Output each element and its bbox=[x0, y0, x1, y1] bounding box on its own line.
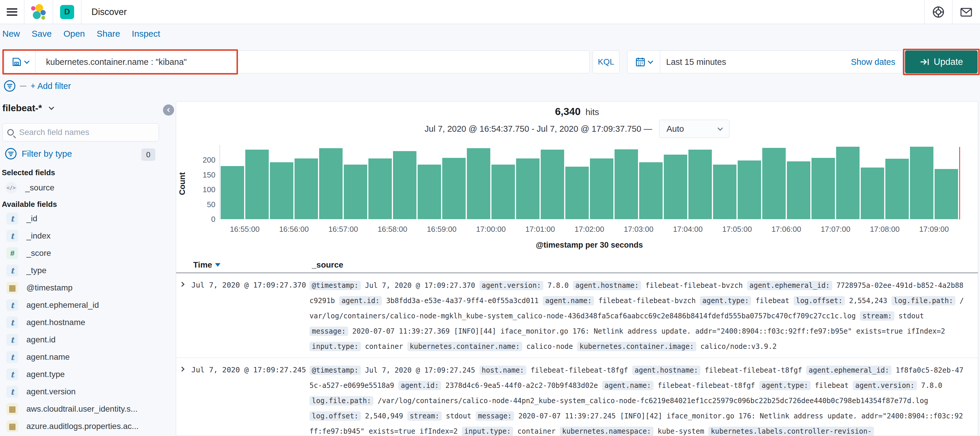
time-range-value[interactable]: Last 15 minutes bbox=[660, 57, 851, 67]
source-field-key[interactable]: log.offset: bbox=[794, 296, 845, 305]
field-item-_id[interactable]: t_id bbox=[0, 212, 37, 225]
field-item-@timestamp[interactable]: ▦@timestamp bbox=[0, 281, 73, 294]
histogram-bar[interactable] bbox=[762, 148, 786, 219]
source-field-key[interactable]: agent.id: bbox=[339, 296, 382, 305]
histogram-bar[interactable] bbox=[221, 166, 244, 219]
histogram-bar[interactable] bbox=[713, 164, 737, 219]
histogram-bar[interactable] bbox=[787, 161, 810, 219]
nav-link-new[interactable]: New bbox=[2, 29, 20, 39]
query-language-button[interactable]: KQL bbox=[593, 51, 619, 73]
histogram-bar[interactable] bbox=[492, 164, 515, 219]
index-pattern-selector[interactable]: filebeat-* bbox=[2, 103, 53, 113]
source-field-key[interactable]: log.file.path: bbox=[891, 296, 955, 305]
filter-icon[interactable] bbox=[3, 80, 16, 92]
column-header-time[interactable]: Time bbox=[193, 260, 220, 270]
histogram-bar[interactable] bbox=[614, 149, 638, 219]
field-item-agent.id[interactable]: tagent.id bbox=[0, 333, 56, 346]
nav-link-open[interactable]: Open bbox=[63, 29, 85, 39]
histogram-bar[interactable] bbox=[738, 160, 761, 219]
interval-select[interactable]: Auto bbox=[659, 120, 729, 138]
histogram-bar[interactable] bbox=[294, 158, 318, 219]
histogram-bar[interactable] bbox=[664, 155, 687, 219]
histogram-bar[interactable] bbox=[565, 167, 589, 219]
source-field-key[interactable]: kubernetes.container.name: bbox=[407, 342, 522, 351]
histogram-bar[interactable] bbox=[811, 158, 835, 219]
source-field-key[interactable]: agent.name: bbox=[543, 296, 594, 305]
histogram-bar[interactable] bbox=[393, 151, 417, 219]
histogram-bar[interactable] bbox=[516, 158, 539, 219]
source-field-key[interactable]: stream: bbox=[407, 411, 442, 421]
field-item-agent.version[interactable]: tagent.version bbox=[0, 385, 76, 398]
saved-query-menu-button[interactable] bbox=[5, 51, 35, 73]
query-input[interactable]: kubernetes.container.name : "kibana" bbox=[35, 57, 187, 67]
source-field-key[interactable]: agent.name: bbox=[602, 381, 654, 390]
update-button[interactable]: Update bbox=[905, 51, 978, 73]
histogram-bar[interactable] bbox=[344, 164, 367, 219]
source-field-key[interactable]: @timestamp: bbox=[309, 281, 361, 290]
histogram-bar[interactable] bbox=[270, 162, 293, 219]
filter-by-type-button[interactable]: Filter by type bbox=[5, 148, 72, 160]
help-button[interactable] bbox=[924, 0, 952, 24]
source-field-key[interactable]: message: bbox=[476, 411, 514, 421]
histogram-bar[interactable] bbox=[590, 158, 613, 219]
show-dates-button[interactable]: Show dates bbox=[851, 57, 902, 67]
source-field-key[interactable]: agent.ephemeral_id: bbox=[747, 281, 832, 290]
field-item-azure.auditlogs.properties.ac...[interactable]: ▦azure.auditlogs.properties.ac... bbox=[0, 420, 138, 433]
source-field-key[interactable]: agent.ephemeral_id: bbox=[806, 366, 891, 375]
nav-link-save[interactable]: Save bbox=[32, 29, 52, 39]
source-field-key[interactable]: input.type: bbox=[309, 342, 361, 351]
histogram-bar[interactable] bbox=[885, 159, 909, 219]
source-field-key[interactable]: agent.id: bbox=[398, 381, 441, 390]
field-item-agent.hostname[interactable]: tagent.hostname bbox=[0, 316, 85, 329]
field-search-input[interactable] bbox=[19, 127, 154, 137]
app-badge-zone[interactable]: D bbox=[53, 0, 81, 24]
histogram-bar[interactable] bbox=[935, 169, 958, 219]
source-field-key[interactable]: agent.hostname: bbox=[632, 366, 700, 375]
histogram-bar[interactable] bbox=[836, 147, 859, 219]
source-field-key[interactable]: @timestamp: bbox=[309, 366, 361, 375]
source-field-key[interactable]: host.name: bbox=[479, 366, 527, 375]
histogram-bar[interactable] bbox=[861, 168, 884, 219]
histogram-bar[interactable] bbox=[689, 150, 712, 219]
field-item-_source[interactable]: </>_source bbox=[0, 181, 54, 194]
histogram-bar[interactable] bbox=[418, 164, 441, 219]
source-field-key[interactable]: kubernetes.labels.controller-revision- bbox=[708, 426, 874, 436]
histogram-bar[interactable] bbox=[368, 158, 392, 219]
source-field-key[interactable]: kubernetes.container.image: bbox=[577, 342, 696, 351]
histogram-bar[interactable] bbox=[910, 147, 934, 219]
nav-link-inspect[interactable]: Inspect bbox=[132, 29, 160, 39]
field-item-_score[interactable]: #_score bbox=[0, 247, 51, 260]
histogram-bar[interactable] bbox=[319, 148, 343, 219]
field-item-agent.ephemeral_id[interactable]: tagent.ephemeral_id bbox=[0, 299, 99, 311]
source-field-key[interactable]: agent.type: bbox=[700, 296, 751, 305]
source-field-key[interactable]: kubernetes.namespace: bbox=[560, 426, 653, 436]
source-field-key[interactable]: log.offset: bbox=[309, 411, 361, 421]
source-field-key[interactable]: log.file.path: bbox=[309, 396, 373, 406]
source-field-key[interactable]: agent.version: bbox=[853, 381, 917, 390]
source-field-key[interactable]: agent.hostname: bbox=[573, 281, 641, 290]
histogram-bar[interactable] bbox=[639, 162, 663, 219]
add-filter-button[interactable]: + Add filter bbox=[30, 81, 71, 91]
histogram-bar[interactable] bbox=[467, 148, 490, 219]
field-item-agent.name[interactable]: tagent.name bbox=[0, 351, 70, 364]
source-field-key[interactable]: agent.version: bbox=[479, 281, 543, 290]
source-field-key[interactable]: input.type: bbox=[462, 426, 513, 436]
histogram-bar[interactable] bbox=[442, 158, 466, 219]
date-quick-select-button[interactable] bbox=[627, 51, 660, 73]
source-field-key[interactable]: agent.type: bbox=[759, 381, 811, 390]
field-item-aws.cloudtrail.user_identity.s...[interactable]: ▦aws.cloudtrail.user_identity.s... bbox=[0, 402, 137, 415]
expand-row-button[interactable] bbox=[176, 363, 191, 436]
field-item-_index[interactable]: t_index bbox=[0, 230, 51, 242]
expand-row-button[interactable] bbox=[176, 278, 191, 354]
field-item-_type[interactable]: t_type bbox=[0, 264, 46, 277]
collapse-sidebar-button[interactable] bbox=[163, 104, 174, 116]
histogram-bar[interactable] bbox=[245, 150, 269, 219]
menu-button[interactable] bbox=[0, 0, 24, 24]
newsfeed-button[interactable] bbox=[953, 0, 980, 24]
elastic-logo-zone[interactable] bbox=[24, 0, 53, 24]
field-item-agent.type[interactable]: tagent.type bbox=[0, 368, 65, 381]
source-field-key[interactable]: stream: bbox=[860, 311, 894, 321]
source-field-key[interactable]: message: bbox=[309, 327, 348, 336]
nav-link-share[interactable]: Share bbox=[97, 29, 120, 39]
histogram-bar[interactable] bbox=[541, 150, 564, 219]
